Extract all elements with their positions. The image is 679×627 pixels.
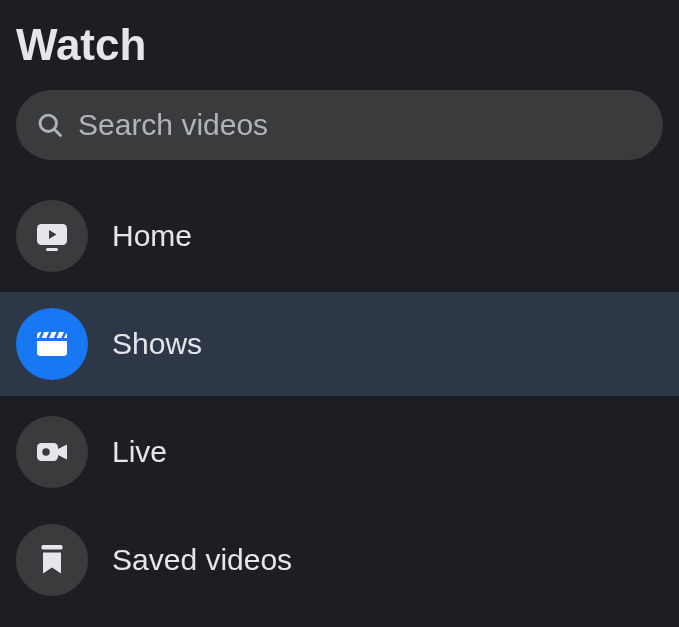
nav-item-live[interactable]: Live xyxy=(0,400,679,504)
nav-item-home[interactable]: Home xyxy=(0,184,679,288)
clapperboard-icon xyxy=(16,308,88,380)
svg-point-6 xyxy=(42,448,50,456)
search-icon xyxy=(36,111,64,139)
nav-item-label: Saved videos xyxy=(112,543,292,577)
bookmark-icon xyxy=(16,524,88,596)
video-camera-icon xyxy=(16,416,88,488)
nav-item-label: Live xyxy=(112,435,167,469)
search-wrapper xyxy=(0,90,679,160)
search-input[interactable] xyxy=(78,108,643,142)
svg-rect-7 xyxy=(42,545,63,550)
tv-play-icon xyxy=(16,200,88,272)
nav-item-label: Home xyxy=(112,219,192,253)
nav-item-saved[interactable]: Saved videos xyxy=(0,508,679,612)
page-title: Watch xyxy=(0,12,679,90)
search-box[interactable] xyxy=(16,90,663,160)
svg-line-1 xyxy=(54,129,60,135)
nav-item-shows[interactable]: Shows xyxy=(0,292,679,396)
nav-item-label: Shows xyxy=(112,327,202,361)
nav-list: Home Shows Live xyxy=(0,184,679,612)
svg-rect-4 xyxy=(46,248,58,251)
